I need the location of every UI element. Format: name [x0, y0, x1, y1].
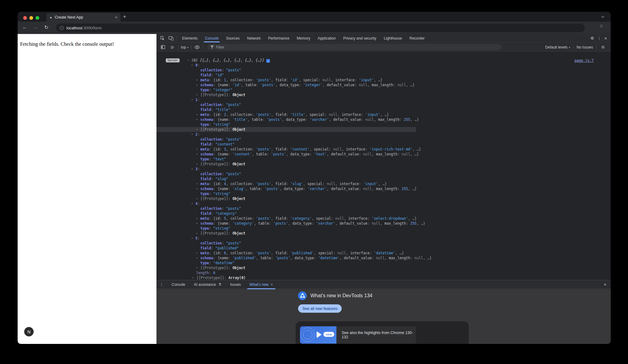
console-row[interactable]: field: "slug" [156, 176, 611, 181]
console-row[interactable]: ▸[[Prototype]]: Object [156, 162, 611, 167]
console-sidebar-icon[interactable] [160, 44, 166, 50]
console-row[interactable]: field: "published" [156, 246, 611, 251]
console-row[interactable]: ▾1: [156, 97, 611, 102]
macos-minimize-button[interactable] [29, 16, 33, 20]
url-text[interactable]: localhost:3000/form [66, 26, 101, 30]
disclosure-triangle-icon[interactable]: ▸ [196, 152, 200, 157]
console-row[interactable]: ▸meta: {id: 3, collection: 'posts', fiel… [156, 147, 611, 152]
console-row[interactable]: ▾3: [156, 167, 611, 171]
drawer-tab-console[interactable]: Console [167, 280, 190, 289]
tab-lighthouse[interactable]: Lighthouse [380, 34, 406, 42]
drawer-menu-icon[interactable]: ⋮ [156, 282, 167, 287]
disclosure-triangle-icon[interactable]: ▸ [192, 275, 196, 280]
context-selector[interactable]: top▾ [181, 45, 189, 49]
inspect-element-icon[interactable] [159, 35, 166, 41]
disclosure-triangle-icon[interactable]: ▸ [196, 181, 200, 186]
console-row[interactable]: ▸[[Prototype]]: Object [156, 127, 416, 132]
console-row[interactable]: field: "id" [156, 73, 611, 78]
tab-application[interactable]: Application [314, 34, 340, 42]
console-row[interactable]: ▸meta: {id: 2, collection: 'posts', fiel… [156, 112, 611, 117]
console-row[interactable]: ▸schema: {name: 'id', table: 'posts', da… [156, 83, 611, 87]
console-row[interactable]: collection: "posts" [156, 137, 611, 142]
site-info-icon[interactable]: i [60, 26, 64, 30]
browser-tab[interactable]: ▲ Create Next App × [46, 13, 121, 22]
console-row[interactable]: type: "integer" [156, 87, 611, 92]
console-row[interactable]: collection: "posts" [156, 171, 611, 176]
disclosure-triangle-icon[interactable]: ▾ [191, 236, 195, 241]
tab-privacy-and-security[interactable]: Privacy and security [340, 34, 380, 42]
console-row[interactable]: ▸[[Prototype]]: Object [156, 92, 611, 97]
new-tab-button[interactable]: + [123, 14, 126, 19]
macos-close-button[interactable] [23, 16, 27, 20]
devtools-settings-icon[interactable]: ⚙ [591, 36, 594, 40]
tab-console[interactable]: Console [201, 34, 222, 42]
console-row[interactable]: ▸[[Prototype]]: Object [156, 265, 611, 270]
bookmark-star-icon[interactable]: ☆ [599, 23, 603, 28]
console-row[interactable]: collection: "posts" [156, 241, 611, 246]
disclosure-triangle-icon[interactable]: ▾ [191, 97, 195, 102]
macos-zoom-button[interactable] [36, 16, 39, 20]
console-row[interactable]: type: "dateTime" [156, 260, 611, 265]
console-row[interactable]: length: 6 [156, 270, 611, 275]
console-row[interactable]: collection: "posts" [156, 68, 611, 73]
disclosure-triangle-icon[interactable]: ▸ [196, 256, 200, 260]
console-row[interactable]: type: "string" [156, 226, 611, 231]
disclosure-triangle-icon[interactable]: ▸ [196, 127, 200, 132]
console-row[interactable]: ▾5: [156, 236, 611, 241]
highlights-text[interactable]: See also the highlights from Chrome 130-… [336, 326, 416, 344]
console-row[interactable]: ▾0: [156, 63, 611, 68]
device-toolbar-icon[interactable] [168, 35, 174, 41]
issues-counter[interactable]: No Issues [577, 45, 593, 49]
video-thumbnail[interactable]: new [300, 326, 336, 344]
tab-recorder[interactable]: Recorder [406, 34, 428, 42]
console-row[interactable]: ▾(6) [{…}, {…}, {…}, {…}, {…}, {…}]i [156, 58, 611, 63]
console-settings-icon[interactable]: ⚙ [600, 44, 606, 50]
console-row[interactable]: type: "string" [156, 122, 611, 127]
drawer-tab-close-icon[interactable]: × [271, 282, 273, 287]
console-row[interactable]: ▸[[Prototype]]: Object [156, 231, 611, 236]
drawer-close-icon[interactable]: × [604, 282, 611, 287]
console-row[interactable]: field: "category" [156, 211, 611, 216]
tab-close-icon[interactable]: × [115, 15, 117, 20]
disclosure-triangle-icon[interactable]: ▾ [191, 132, 195, 137]
tab-sources[interactable]: Sources [222, 34, 243, 42]
highlights-link-row[interactable]: new See also the highlights from Chrome … [300, 326, 416, 344]
console-row[interactable]: type: "string" [156, 191, 611, 196]
console-row[interactable]: ▾2: [156, 132, 611, 137]
console-row[interactable]: ▸schema: {name: 'title', table: 'posts',… [156, 117, 611, 122]
disclosure-triangle-icon[interactable]: ▸ [196, 251, 200, 256]
live-expression-eye-icon[interactable] [194, 44, 201, 50]
console-row[interactable]: ▸meta: {id: 6, collection: 'posts', fiel… [156, 251, 611, 256]
disclosure-triangle-icon[interactable]: ▸ [196, 147, 200, 152]
clear-console-icon[interactable]: ⊘ [169, 44, 176, 50]
disclosure-triangle-icon[interactable]: ▸ [196, 112, 200, 117]
console-row[interactable]: ▸schema: {name: 'content', table: 'posts… [156, 152, 611, 157]
disclosure-triangle-icon[interactable]: ▸ [196, 221, 200, 226]
console-row[interactable]: ▸schema: {name: 'slug', table: 'posts', … [156, 186, 611, 191]
console-row[interactable]: collection: "posts" [156, 102, 611, 107]
console-filter-input[interactable]: Filter [207, 44, 502, 50]
drawer-tab-what-s-new[interactable]: What's new× [245, 280, 277, 289]
tab-performance[interactable]: Performance [264, 34, 293, 42]
nextjs-devtools-button[interactable]: N [24, 327, 34, 336]
disclosure-triangle-icon[interactable]: ▾ [191, 167, 195, 171]
disclosure-triangle-icon[interactable]: ▸ [196, 83, 200, 87]
drawer-tab-ai-assistance[interactable]: AI assistance⚗ [190, 280, 226, 289]
see-all-features-button[interactable]: See all new features [298, 304, 342, 313]
tab-memory[interactable]: Memory [293, 34, 314, 42]
console-row[interactable]: ▸[[Prototype]]: Array(0) [156, 275, 611, 280]
address-bar[interactable]: i localhost:3000/form [56, 23, 585, 32]
disclosure-triangle-icon[interactable]: ▸ [196, 92, 200, 97]
disclosure-triangle-icon[interactable]: ▸ [196, 186, 200, 191]
disclosure-triangle-icon[interactable]: ▾ [191, 201, 195, 206]
console-row[interactable]: type: "text" [156, 157, 611, 162]
console-row[interactable]: field: "title" [156, 107, 611, 112]
tab-search-chevron-icon[interactable] [601, 15, 605, 18]
tab-elements[interactable]: Elements [178, 34, 201, 42]
disclosure-triangle-icon[interactable]: ▸ [196, 231, 200, 236]
disclosure-triangle-icon[interactable]: ▸ [196, 216, 200, 221]
devtools-menu-icon[interactable]: ⋮ [597, 36, 601, 40]
console-row[interactable]: collection: "posts" [156, 206, 611, 211]
info-icon[interactable]: i [266, 59, 270, 63]
disclosure-triangle-icon[interactable]: ▸ [196, 265, 200, 270]
